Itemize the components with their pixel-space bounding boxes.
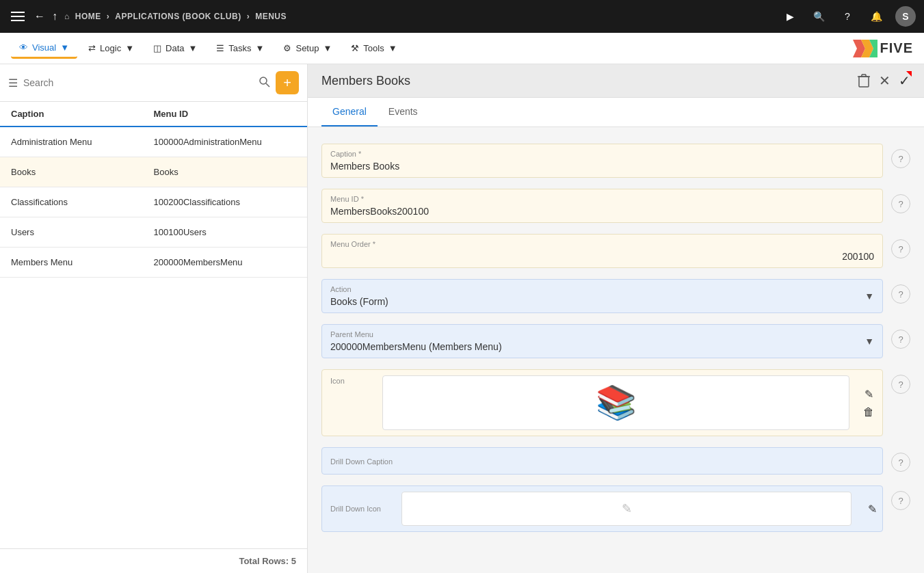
help-button[interactable]: ? [838,7,857,26]
table-row[interactable]: Classifications 100200Classifications [0,187,307,217]
data-icon: ◫ [153,43,161,53]
icon-label: Icon [322,370,377,436]
menu-order-field[interactable]: Menu Order * 200100 [321,234,883,268]
menu-order-row: Menu Order * 200100 ? [321,234,910,268]
column-caption: Caption [11,109,154,119]
icon-actions: ✎ 🗑 [855,370,882,436]
action-help-icon[interactable]: ? [891,284,910,304]
nav-visual[interactable]: 👁 Visual ▼ [11,38,77,59]
caption-help-icon[interactable]: ? [891,149,910,168]
delete-button[interactable] [857,73,871,88]
drill-icon-help-icon[interactable]: ? [891,491,910,510]
five-logo-icon [853,40,877,57]
breadcrumb-sep1: › [107,12,110,21]
notifications-button[interactable]: 🔔 [867,7,886,26]
parent-menu-field[interactable]: Parent Menu 200000MembersMenu (Members M… [321,324,883,358]
drill-icon-label: Drill Down Icon [322,498,391,520]
hamburger-menu[interactable] [8,9,27,24]
icon-field-container: Icon 📚 ✎ 🗑 [321,369,883,436]
table-row[interactable]: Administration Menu 100000Administration… [0,127,307,157]
action-dropdown-icon: ▼ [864,291,874,302]
parent-menu-row: Parent Menu 200000MembersMenu (Members M… [321,324,910,358]
tools-dropdown-icon: ▼ [388,43,397,53]
logic-dropdown-icon: ▼ [125,43,134,53]
menu-order-help-icon[interactable]: ? [891,239,910,258]
icon-field: Icon 📚 ✎ 🗑 [321,369,883,436]
form-area: Caption * Members Books ? Menu ID * Memb… [308,127,924,573]
breadcrumb-menus[interactable]: MENUS [255,12,287,21]
tab-events-label: Events [388,106,418,117]
row-caption: Classifications [11,197,154,207]
tabs-bar: General Events [308,98,924,127]
back-button[interactable]: ← [34,10,45,23]
close-button[interactable]: ✕ [879,72,890,89]
drill-caption-field[interactable]: Drill Down Caption [321,447,883,475]
nav-setup[interactable]: ⚙ Setup ▼ [275,39,340,57]
caption-field[interactable]: Caption * Members Books [321,144,883,178]
action-value: Books (Form) [330,296,874,307]
nav-data[interactable]: ◫ Data ▼ [145,39,205,57]
table-row[interactable]: Users 100100Users [0,217,307,248]
breadcrumb-home[interactable]: HOME [75,12,101,21]
search-bar: ☰ + [0,64,307,102]
action-label: Action [330,285,874,293]
nav-visual-label: Visual [32,42,56,53]
save-button-container: ✓ [899,72,910,89]
table-row[interactable]: Members Menu 200000MembersMenu [0,248,307,278]
menu-order-field-container: Menu Order * 200100 [321,234,883,268]
caption-field-container: Caption * Members Books [321,144,883,178]
panel-header: Members Books ✕ ✓ [308,64,924,98]
menu-order-label: Menu Order * [330,240,874,248]
menu-id-field[interactable]: Menu ID * MembersBooks200100 [321,189,883,223]
nav-logic[interactable]: ⇄ Logic ▼ [80,39,142,57]
top-bar-right: ▶ 🔍 ? 🔔 S [780,6,916,27]
drill-icon-field: Drill Down Icon ✎ ✎ [321,485,883,532]
breadcrumb-app[interactable]: APPLICATIONS (BOOK CLUB) [115,12,241,21]
svg-point-3 [260,77,267,84]
action-field[interactable]: Action Books (Form) ▼ [321,279,883,313]
five-logo-text: FIVE [880,40,913,56]
setup-dropdown-icon: ▼ [323,43,332,53]
search-button[interactable] [259,77,270,90]
secondary-nav-left: 👁 Visual ▼ ⇄ Logic ▼ ◫ Data ▼ ☰ Tasks ▼ … [11,38,406,59]
table-body: Administration Menu 100000Administration… [0,127,307,548]
menu-id-field-container: Menu ID * MembersBooks200100 [321,189,883,223]
search-icon[interactable]: 🔍 [809,7,828,26]
play-button[interactable]: ▶ [780,7,800,26]
menu-order-value: 200100 [330,251,874,262]
panel-title: Members Books [321,74,410,88]
drill-icon-edit-button[interactable]: ✎ [868,503,877,516]
parent-menu-label: Parent Menu [330,330,874,338]
search-input[interactable] [23,77,254,88]
tasks-dropdown-icon: ▼ [256,43,265,53]
parent-menu-help-icon[interactable]: ? [891,330,910,349]
top-bar-left: ← ↑ ⌂ HOME › APPLICATIONS (BOOK CLUB) › … [8,9,775,24]
drill-icon-field-container: Drill Down Icon ✎ ✎ [321,485,883,532]
icon-help-icon[interactable]: ? [891,375,910,394]
parent-menu-value: 200000MembersMenu (Members Menu) [330,341,874,352]
row-caption: Users [11,227,154,237]
parent-menu-dropdown-icon: ▼ [864,336,874,347]
tab-events[interactable]: Events [378,98,429,126]
nav-tasks[interactable]: ☰ Tasks ▼ [208,39,272,57]
icon-delete-button[interactable]: 🗑 [863,406,874,418]
icon-edit-button[interactable]: ✎ [863,388,874,401]
logic-icon: ⇄ [88,43,96,53]
add-button[interactable]: + [276,71,299,94]
nav-logic-label: Logic [100,43,121,53]
drill-caption-help-icon[interactable]: ? [891,453,910,472]
drill-caption-row: Drill Down Caption ? [321,447,910,475]
row-menu-id: 100200Classifications [154,197,297,207]
tools-icon: ⚒ [351,43,359,53]
avatar[interactable]: S [895,6,916,27]
forward-button[interactable]: ↑ [52,10,57,23]
svg-rect-5 [859,77,869,87]
breadcrumb: ⌂ HOME › APPLICATIONS (BOOK CLUB) › MENU… [64,12,287,21]
menu-id-help-icon[interactable]: ? [891,194,910,213]
main-content: ☰ + Caption Menu ID Administration Menu … [0,64,924,573]
drill-icon-row: Drill Down Icon ✎ ✎ ? [321,485,910,532]
search-icon [259,77,270,88]
nav-tools[interactable]: ⚒ Tools ▼ [343,39,405,57]
tab-general[interactable]: General [321,98,378,126]
table-row[interactable]: Books Books [0,157,307,187]
